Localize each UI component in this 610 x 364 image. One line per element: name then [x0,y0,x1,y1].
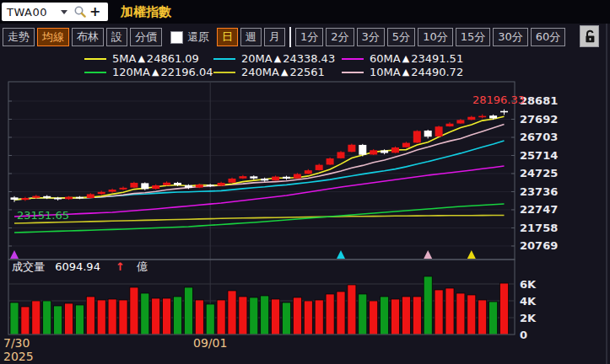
svg-text:2K: 2K [520,312,537,324]
legend-item-5MA: 5MA▲24861.09 [84,52,199,65]
legend-item-120MA: 120MA▲22196.04 [84,66,213,78]
legend-item-240MA: 240MA▲22561 [213,66,325,78]
svg-text:09/01: 09/01 [193,336,227,350]
legend-swatch [342,58,364,60]
chevron-down-icon[interactable] [61,10,67,14]
svg-text:6K: 6K [520,278,537,291]
svg-text:27692: 27692 [520,113,558,126]
mode-button-設[interactable]: 設 [106,28,127,46]
svg-text:0: 0 [520,329,527,341]
mode-button-走勢[interactable]: 走勢 [3,28,35,46]
lock-toggle-button[interactable] [580,25,599,47]
minute-button-10分[interactable]: 10分 [418,28,453,46]
volume-header: 成交量 6094.94 ↑ 億 [12,260,148,275]
legend-value: 24490.72 [411,66,463,78]
mode-button-布林[interactable]: 布林 [72,28,104,46]
volume-label: 成交量 [12,260,45,273]
mode-button-分價[interactable]: 分價 [130,28,162,46]
legend-label: 240MA [241,66,279,78]
symbol-code: TWA00 [2,6,47,19]
svg-text:7/30: 7/30 [3,336,30,350]
legend-label: 5MA [112,52,136,65]
legend-swatch [213,72,235,73]
minute-button-3分[interactable]: 3分 [357,28,385,46]
svg-text:24725: 24725 [520,167,558,179]
symbol-selector[interactable]: TWA00 + [2,3,108,21]
svg-text:2025: 2025 [3,350,34,363]
up-triangle-icon: ▲ [152,67,159,78]
mode-button-均線[interactable]: 均線 [37,28,69,46]
svg-text:26703: 26703 [520,131,558,143]
legend-label: 60MA [370,52,401,65]
legend-value: 24861.09 [147,52,199,65]
svg-text:23736: 23736 [520,185,558,198]
volume-unit: 億 [137,260,148,273]
volume-value: 6094.94 [55,260,100,273]
legend-swatch [342,72,364,73]
legend-swatch [84,58,106,60]
app-window: 2868127692267032571424725237362274721758… [0,0,610,364]
period-button-日[interactable]: 日 [217,28,238,46]
minute-button-15分[interactable]: 15分 [456,28,491,46]
search-icon[interactable] [73,5,87,19]
page-title: 加權指數 [121,4,171,20]
legend-label: 10MA [370,66,401,78]
minute-button-1分[interactable]: 1分 [295,28,323,46]
legend-label: 20MA [241,52,273,65]
up-triangle-icon: ▲ [402,67,409,78]
svg-text:4K: 4K [520,295,537,308]
add-symbol-button[interactable]: + [89,5,100,19]
minute-button-60分[interactable]: 60分 [531,28,566,46]
toolbar-divider [289,27,291,47]
legend-label: 120MA [112,66,150,78]
up-triangle-icon: ▲ [274,53,281,64]
svg-text:25714: 25714 [520,149,558,162]
unlock-icon [583,29,597,44]
toolbar: 走勢均線布林設分價 還原 日週月 1分2分3分5分10分15分30分60分 [0,24,610,51]
svg-text:20769: 20769 [520,239,558,252]
svg-text:22747: 22747 [520,203,558,216]
latest-price-label: 28196.33 [422,94,525,106]
legend-item-60MA: 60MA▲23491.51 [342,52,463,65]
minute-button-5分[interactable]: 5分 [387,28,415,46]
minute-button-2分[interactable]: 2分 [326,28,354,46]
period-button-週[interactable]: 週 [240,28,262,46]
ma-legend: 5MA▲24861.0920MA▲24338.4360MA▲23491.51 1… [0,51,610,80]
volume-up-arrow-icon: ↑ [116,260,125,273]
svg-text:21758: 21758 [520,222,558,234]
title-bar: TWA00 + 加權指數 [0,0,610,24]
up-triangle-icon: ▲ [281,67,288,78]
legend-swatch [213,58,235,60]
legend-value: 23491.51 [411,52,463,65]
legend-item-10MA: 10MA▲24490.72 [342,66,463,78]
up-triangle-icon: ▲ [402,53,409,64]
reference-price-label: 23151.65 [17,209,69,222]
legend-item-20MA: 20MA▲24338.43 [213,52,335,65]
up-triangle-icon: ▲ [138,53,144,64]
minute-button-30分[interactable]: 30分 [493,28,528,46]
period-button-月[interactable]: 月 [264,28,285,46]
restore-checkbox[interactable] [170,31,183,44]
svg-text:28681: 28681 [520,94,558,107]
legend-value: 22196.04 [160,66,213,78]
restore-label: 還原 [187,29,209,45]
legend-value: 22561 [289,66,324,78]
legend-swatch [84,72,106,73]
legend-value: 24338.43 [283,52,335,65]
